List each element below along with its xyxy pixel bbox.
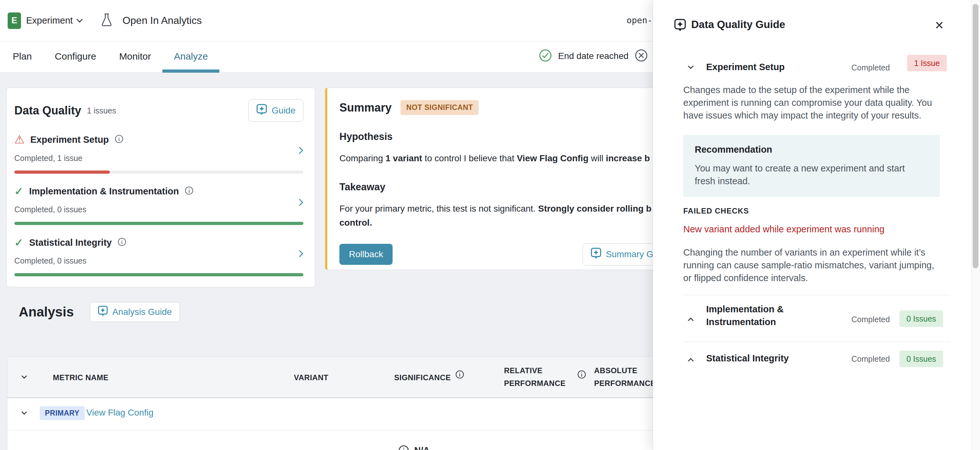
col-header-relative-performance[interactable]: RELATIVE PERFORMANCE (504, 364, 577, 390)
circle-x-icon[interactable] (635, 49, 648, 63)
issue-count-badge: 0 Issues (899, 351, 943, 367)
panel-section-title-statistical-integrity[interactable]: Statistical Integrity (706, 352, 789, 365)
col-header-significance[interactable]: SIGNIFICANCE (394, 371, 451, 384)
status-text: End date reached (558, 51, 628, 61)
recommendation-title: Recommendation (695, 144, 928, 155)
panel-title: Data Quality Guide (691, 19, 785, 30)
dq-section-label: Implementation & Instrumentation (29, 186, 179, 196)
dq-progress-fill (14, 273, 304, 276)
chevron-down-icon[interactable] (22, 410, 27, 415)
tab-monitor[interactable]: Monitor (108, 41, 162, 73)
info-icon[interactable] (115, 134, 124, 145)
divider (683, 341, 951, 342)
panel-section-title-experiment-setup[interactable]: Experiment Setup (706, 61, 785, 73)
hypothesis-heading: Hypothesis (339, 131, 653, 142)
panel-section-title-implementation[interactable]: Implementation & Instrumentation (706, 303, 815, 328)
table-row: N/A (7, 431, 653, 450)
data-quality-guide-button[interactable]: Guide (248, 99, 304, 122)
data-quality-card: Data Quality 1 issues Guide ⚠ Experiment… (6, 88, 315, 287)
dq-section-status: Completed, 0 issues (14, 205, 304, 214)
data-quality-issue-count: 1 issues (87, 106, 116, 115)
guide-icon (590, 247, 601, 262)
info-icon[interactable] (185, 186, 194, 196)
primary-badge: PRIMARY (40, 406, 85, 420)
guide-icon (674, 19, 686, 33)
panel-section-status: Completed (851, 63, 890, 72)
col-header-absolute-performance[interactable]: ABSOLUTE PERFORMANCE (594, 364, 653, 390)
dq-section-label: Experiment Setup (30, 134, 109, 145)
chevron-right-icon[interactable] (296, 147, 304, 154)
info-icon[interactable] (577, 370, 586, 380)
takeaway-text: For your primary metric, this test is no… (339, 202, 653, 230)
chevron-down-icon[interactable] (22, 373, 27, 379)
analysis-guide-label: Analysis Guide (112, 307, 172, 317)
circle-check-icon (539, 49, 552, 63)
dq-progress-fill (14, 171, 110, 174)
dq-progress-fill (14, 222, 304, 225)
scrollbar-track[interactable] (971, 0, 980, 450)
chevron-up-icon[interactable] (689, 359, 693, 364)
dq-section-status: Completed, 0 issues (14, 256, 304, 265)
failed-check-description: Changing the number of variants in an ex… (683, 246, 944, 284)
col-header-variant[interactable]: VARIANT (294, 371, 328, 384)
chevron-up-icon[interactable] (689, 318, 693, 324)
info-icon[interactable] (455, 370, 464, 380)
issue-count-badge: 0 Issues (899, 310, 943, 327)
summary-guide-label: Summary Guide (606, 249, 653, 259)
environment-dropdown-label[interactable]: Experiment (26, 15, 73, 26)
data-quality-guide-panel: Data Quality Guide ✕ Experiment Setup Co… (653, 0, 980, 450)
analysis-table: METRIC NAME VARIANT SIGNIFICANCE RELATIV… (7, 356, 653, 450)
tab-analyze[interactable]: Analyze (162, 41, 220, 73)
warning-triangle-icon: ⚠ (14, 134, 24, 145)
failed-check-link[interactable]: New variant added while experiment was r… (683, 224, 885, 235)
summary-title: Summary (339, 101, 391, 115)
na-cell: N/A (398, 445, 430, 450)
summary-guide-button[interactable]: Summary Guide (583, 243, 653, 265)
flask-icon (100, 13, 113, 29)
dq-progress-track (14, 171, 304, 174)
chevron-down-icon[interactable] (76, 16, 83, 22)
recommendation-box: Recommendation You may want to create a … (683, 135, 940, 197)
issue-count-badge: 1 Issue (907, 55, 947, 72)
col-header-metric-name[interactable]: METRIC NAME (53, 371, 108, 384)
environment-badge: E (8, 13, 21, 29)
table-row[interactable]: PRIMARY View Flag Config (7, 398, 653, 431)
chevron-down-icon[interactable] (689, 64, 693, 69)
check-icon: ✓ (14, 186, 24, 196)
takeaway-heading: Takeaway (339, 181, 653, 193)
guide-icon (256, 104, 267, 118)
experiment-status: End date reached (539, 49, 648, 63)
panel-section-status: Completed (851, 315, 890, 324)
recommendation-text: You may want to create a new experiment … (695, 162, 918, 187)
not-significant-badge: NOT SIGNIFICANT (401, 100, 479, 115)
tabs-bar: Plan Configure Monitor Analyze End date … (0, 41, 653, 73)
dq-progress-track (14, 273, 304, 276)
dq-section-experiment-setup[interactable]: ⚠ Experiment Setup Completed, 1 issue (14, 134, 304, 174)
info-icon[interactable] (118, 238, 126, 247)
rollback-button[interactable]: Rollback (339, 244, 393, 265)
main-area: E Experiment Open In Analytics open- Pla… (0, 0, 653, 450)
experiment-key: open- (627, 15, 652, 25)
dq-section-statistical-integrity[interactable]: ✓ Statistical Integrity Completed, 0 iss… (14, 237, 304, 276)
guide-button-label: Guide (272, 105, 296, 116)
divider (683, 295, 951, 295)
page-title: Open In Analytics (123, 15, 202, 26)
top-bar: E Experiment Open In Analytics open- (0, 0, 653, 41)
dq-section-label: Statistical Integrity (29, 238, 112, 248)
na-label: N/A (414, 445, 430, 450)
hypothesis-text: Comparing 1 variant to control I believe… (339, 152, 653, 165)
dq-progress-track (14, 222, 304, 225)
check-icon: ✓ (14, 237, 24, 248)
metric-link[interactable]: View Flag Config (86, 408, 153, 418)
tab-plan[interactable]: Plan (1, 41, 43, 73)
analysis-title: Analysis (19, 304, 74, 320)
tab-configure[interactable]: Configure (43, 41, 108, 73)
data-quality-title: Data Quality (14, 104, 81, 117)
dq-section-implementation[interactable]: ✓ Implementation & Instrumentation Compl… (14, 186, 304, 225)
scrollbar-thumb[interactable] (973, 4, 978, 268)
table-header-row: METRIC NAME VARIANT SIGNIFICANCE RELATIV… (7, 357, 653, 398)
analysis-guide-button[interactable]: Analysis Guide (90, 302, 180, 322)
close-icon[interactable]: ✕ (934, 20, 944, 31)
failed-checks-label: FAILED CHECKS (683, 206, 749, 215)
dq-section-status: Completed, 1 issue (14, 153, 304, 163)
